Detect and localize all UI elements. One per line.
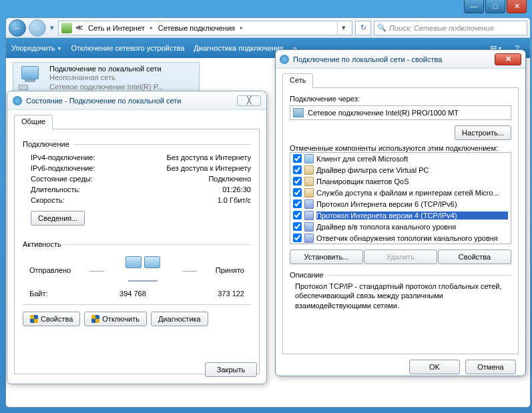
received-label: Принято bbox=[216, 266, 244, 274]
adapter-field[interactable]: Сетевое подключение Intel(R) PRO/1000 MT bbox=[290, 105, 511, 120]
component-checkbox[interactable] bbox=[293, 199, 302, 208]
svc-icon bbox=[304, 165, 314, 175]
svc-icon bbox=[304, 188, 314, 197]
connection-adapter: Сетевое подключение Intel(R) P... bbox=[49, 83, 164, 91]
component-checkbox[interactable] bbox=[293, 234, 302, 242]
search-placeholder: Поиск: Сетевые подключения bbox=[389, 24, 494, 32]
component-row[interactable]: Протокол Интернета версии 4 (TCP/IPv4) bbox=[290, 210, 511, 221]
media-value: Подключено bbox=[208, 175, 251, 183]
arrow-right-icon: → bbox=[34, 24, 41, 32]
speed-value: 1.0 Гбит/с bbox=[218, 196, 251, 204]
chevron-right-icon: ▸ bbox=[238, 25, 245, 31]
properties-titlebar[interactable]: Подключение по локальной сети - свойства… bbox=[276, 50, 525, 69]
maximize-icon: □ bbox=[493, 3, 498, 10]
component-checkbox[interactable] bbox=[293, 177, 302, 185]
search-input[interactable]: 🔍 Поиск: Сетевые подключения bbox=[374, 21, 527, 35]
details-button[interactable]: Сведения... bbox=[31, 211, 85, 226]
close-icon: ✕ bbox=[505, 55, 511, 63]
proto-icon bbox=[304, 222, 314, 232]
search-icon: 🔍 bbox=[377, 23, 386, 32]
connection-status: Неопознанная сеть bbox=[49, 73, 164, 82]
window-minimize-button[interactable]: — bbox=[464, 0, 484, 13]
close-button[interactable]: Закрыть bbox=[205, 362, 257, 377]
breadcrumb-dropdown[interactable]: ▾ bbox=[337, 21, 349, 35]
diagnose-button[interactable]: Диагностика подключения bbox=[194, 44, 283, 52]
ipv4-value: Без доступа к Интернету bbox=[166, 153, 251, 161]
components-label: Отмеченные компоненты используются этим … bbox=[290, 144, 511, 152]
tab-general[interactable]: Общие bbox=[14, 115, 53, 129]
minimize-icon: — bbox=[471, 3, 478, 10]
components-list[interactable]: Клиент для сетей MicrosoftДрайвер фильтр… bbox=[290, 152, 511, 244]
connect-via-label: Подключение через: bbox=[290, 95, 511, 103]
close-icon: ╳ bbox=[247, 96, 252, 105]
component-checkbox[interactable] bbox=[293, 211, 302, 220]
adapter-icon bbox=[293, 108, 304, 117]
nav-back-button[interactable]: ← bbox=[9, 19, 26, 37]
status-close-button[interactable]: ╳ bbox=[237, 95, 261, 106]
arrow-left-icon: ← bbox=[14, 24, 21, 32]
component-label: Протокол Интернета версии 6 (TCP/IPv6) bbox=[316, 200, 508, 208]
component-row[interactable]: Протокол Интернета версии 6 (TCP/IPv6) bbox=[290, 198, 511, 210]
properties-title: Подключение по локальной сети - свойства bbox=[293, 55, 442, 63]
ipv6-label: IPv6-подключение: bbox=[31, 164, 95, 172]
description-label: Описание bbox=[290, 271, 324, 279]
mon-icon bbox=[304, 154, 314, 163]
window-maximize-button[interactable]: □ bbox=[485, 0, 505, 13]
properties-close-button[interactable]: ✕ bbox=[495, 53, 521, 65]
component-label: Клиент для сетей Microsoft bbox=[316, 155, 508, 163]
refresh-button[interactable]: ↻ bbox=[355, 21, 371, 35]
bytes-sent-value: 394 768 bbox=[119, 290, 146, 298]
connection-item[interactable]: Подключение по локальной сети Неопознанн… bbox=[13, 62, 200, 94]
nav-bar: ← → ▾ ≪ Сеть и Интернет ▸ Сетевые подклю… bbox=[6, 18, 530, 38]
shield-icon bbox=[91, 315, 99, 323]
svc-icon bbox=[304, 177, 314, 186]
properties-dialog: Подключение по локальной сети - свойства… bbox=[275, 49, 526, 376]
breadcrumb-item-network[interactable]: Сеть и Интернет bbox=[87, 24, 146, 32]
component-label: Протокол Интернета версии 4 (TCP/IPv4) bbox=[316, 212, 508, 220]
install-button[interactable]: Установить... bbox=[290, 250, 363, 264]
chevron-down-icon: ▾ bbox=[50, 23, 54, 32]
diagnose-button[interactable]: Диагностика bbox=[151, 312, 208, 326]
ok-button[interactable]: OK bbox=[409, 360, 460, 374]
configure-button[interactable]: Настроить... bbox=[455, 125, 511, 140]
component-label: Драйвер фильтра сети Virtual PC bbox=[316, 166, 508, 174]
component-row[interactable]: Драйвер фильтра сети Virtual PC bbox=[290, 164, 511, 175]
adapter-name: Сетевое подключение Intel(R) PRO/1000 MT bbox=[308, 109, 459, 117]
component-row[interactable]: Ответчик обнаружения топологии канальног… bbox=[290, 232, 511, 244]
duration-label: Длительность: bbox=[31, 185, 80, 193]
bytes-label: Байт: bbox=[29, 290, 48, 298]
network-icon bbox=[280, 55, 289, 64]
remove-button: Удалить bbox=[364, 250, 437, 264]
breadcrumb[interactable]: ≪ Сеть и Интернет ▸ Сетевые подключения … bbox=[58, 21, 352, 35]
window-close-button[interactable]: ✕ bbox=[507, 0, 527, 13]
disable-button[interactable]: Отключить bbox=[84, 312, 147, 326]
sent-label: Отправлено bbox=[29, 266, 71, 274]
component-properties-button[interactable]: Свойства bbox=[438, 250, 511, 264]
component-row[interactable]: Служба доступа к файлам и принтерам сете… bbox=[290, 187, 511, 198]
disable-device-button[interactable]: Отключение сетевого устройства bbox=[71, 44, 184, 52]
activity-icon bbox=[121, 256, 164, 284]
component-checkbox[interactable] bbox=[293, 188, 302, 197]
properties-button[interactable]: Свойства bbox=[23, 312, 80, 326]
network-icon bbox=[13, 96, 22, 105]
component-label: Ответчик обнаружения топологии канальног… bbox=[316, 234, 508, 242]
refresh-icon: ↻ bbox=[360, 23, 366, 32]
group-connection-label: Подключение bbox=[23, 140, 69, 148]
tab-network[interactable]: Сеть bbox=[282, 73, 313, 88]
component-checkbox[interactable] bbox=[293, 154, 302, 163]
component-label: Планировщик пакетов QoS bbox=[316, 177, 508, 185]
component-row[interactable]: Планировщик пакетов QoS bbox=[290, 175, 511, 187]
ipv4-label: IPv4-подключение: bbox=[31, 153, 95, 161]
breadcrumb-item-connections[interactable]: Сетевые подключения bbox=[157, 24, 236, 32]
component-row[interactable]: Драйвер в/в тополога канального уровня bbox=[290, 221, 511, 232]
ipv6-value: Без доступа к Интернету bbox=[166, 164, 251, 172]
nav-history-dropdown[interactable]: ▾ bbox=[49, 21, 55, 35]
component-checkbox[interactable] bbox=[293, 222, 302, 231]
component-checkbox[interactable] bbox=[293, 165, 302, 174]
organize-menu[interactable]: Упорядочить▼ bbox=[11, 44, 61, 52]
duration-value: 01:26:30 bbox=[222, 185, 251, 193]
cancel-button[interactable]: Отмена bbox=[465, 360, 516, 374]
component-row[interactable]: Клиент для сетей Microsoft bbox=[290, 153, 511, 164]
status-titlebar[interactable]: Состояние - Подключение по локальной сет… bbox=[7, 91, 266, 110]
nav-forward-button[interactable]: → bbox=[29, 19, 46, 37]
